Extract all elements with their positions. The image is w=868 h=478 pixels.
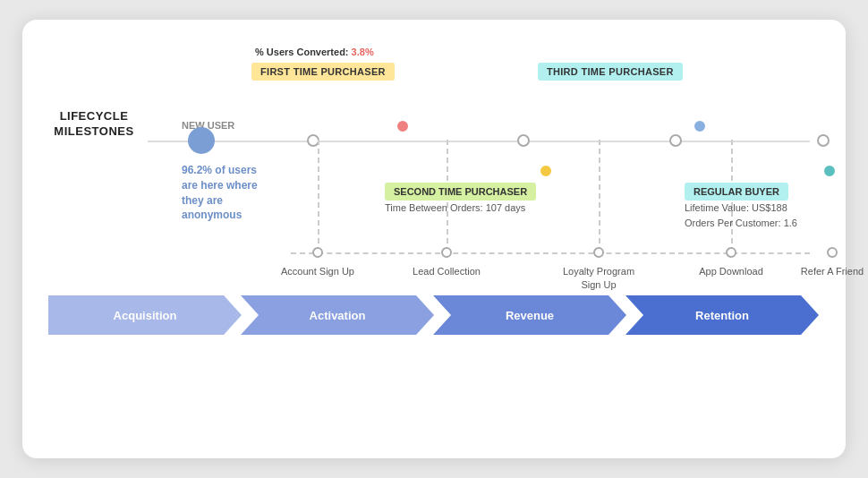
funnel-acquisition-label: Acquisition xyxy=(114,309,177,322)
milestone-regular-label: REGULAR BUYER xyxy=(685,183,788,201)
main-card: % Users Converted: 3.8% FIRST TIME PURCH… xyxy=(22,20,846,458)
milestone-first-label: FIRST TIME PURCHASER xyxy=(251,63,395,81)
sub-node-3 xyxy=(593,247,604,258)
users-converted-value: 3.8% xyxy=(352,47,374,57)
v-dashed-1 xyxy=(318,140,319,252)
lifetime-value-text: Lifetime Value: US$188 Orders Per Custom… xyxy=(685,201,797,230)
funnel-retention: Retention xyxy=(625,295,819,335)
main-timeline-line xyxy=(148,141,810,142)
node-4 xyxy=(817,134,830,147)
lifetime-value-label: Lifetime Value: US$188 xyxy=(685,202,787,213)
lifecycle-milestones-label: LIFECYCLEMILESTONES xyxy=(49,109,139,140)
funnel-activation: Activation xyxy=(241,295,434,335)
funnel-row: Acquisition Activation Revenue Retention xyxy=(49,295,819,335)
users-converted-badge: % Users Converted: 3.8% xyxy=(255,47,374,57)
sub-label-4: App Download xyxy=(691,265,771,278)
milestone-third-label: THIRD TIME PURCHASER xyxy=(538,63,683,81)
milestone-second-label: SECOND TIME PURCHASER xyxy=(385,183,536,201)
funnel-activation-label: Activation xyxy=(310,309,366,322)
funnel-revenue-label: Revenue xyxy=(506,309,554,322)
node-2 xyxy=(517,134,530,147)
node-first-purchaser xyxy=(397,121,408,132)
node-regular-buyer xyxy=(824,166,835,176)
sub-label-3: Loyalty ProgramSign Up xyxy=(558,265,639,293)
node-new-user xyxy=(188,127,215,154)
node-second-purchaser xyxy=(540,166,551,176)
orders-per-customer-label: Orders Per Customer: 1.6 xyxy=(685,218,797,228)
funnel-revenue: Revenue xyxy=(433,295,626,335)
stat-96-text: 96.2% of usersare here wherethey areanon… xyxy=(182,163,258,223)
sub-label-1: Account Sign Up xyxy=(277,265,358,278)
sub-node-4 xyxy=(726,247,736,258)
funnel-acquisition: Acquisition xyxy=(48,295,242,335)
sub-label-2: Lead Collection xyxy=(406,265,487,278)
v-dashed-3 xyxy=(599,140,600,252)
sub-node-1 xyxy=(312,247,323,258)
users-converted-label: % Users Converted: xyxy=(255,47,349,57)
funnel-retention-label: Retention xyxy=(695,309,749,322)
time-between-orders-text: Time Between Orders: 107 days xyxy=(385,201,525,216)
lifecycle-diagram: % Users Converted: 3.8% FIRST TIME PURCH… xyxy=(49,47,819,252)
sub-node-2 xyxy=(441,247,452,258)
node-3 xyxy=(669,134,682,147)
node-third-purchaser xyxy=(694,121,705,132)
sub-label-5: Refer A Friend xyxy=(792,265,868,278)
sub-node-5 xyxy=(827,247,838,258)
